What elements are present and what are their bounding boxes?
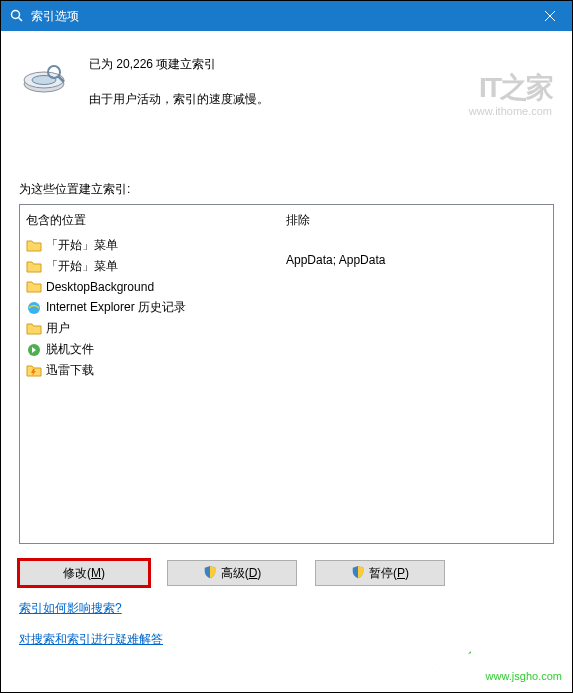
close-icon <box>545 11 555 21</box>
svg-line-1 <box>19 18 23 22</box>
exclude-value <box>284 273 549 277</box>
help-link-search[interactable]: 索引如何影响搜索? <box>19 600 554 617</box>
list-item[interactable]: 「开始」菜单 <box>24 235 275 256</box>
item-label: Internet Explorer 历史记录 <box>46 299 186 316</box>
folder-icon <box>26 279 42 295</box>
modify-button[interactable]: 修改(M) <box>19 560 149 586</box>
item-label: 「开始」菜单 <box>46 237 118 254</box>
item-label: 「开始」菜单 <box>46 258 118 275</box>
list-item[interactable]: 用户 <box>24 318 275 339</box>
thunder-folder-icon <box>26 363 42 379</box>
folder-icon <box>26 321 42 337</box>
index-status-text: 已为 20,226 项建立索引 <box>89 56 269 73</box>
excluded-header: 排除 <box>284 209 549 235</box>
item-label: 用户 <box>46 320 70 337</box>
close-button[interactable] <box>527 1 572 31</box>
advanced-button[interactable]: 高级(D) <box>167 560 297 586</box>
item-label: DesktopBackground <box>46 280 154 294</box>
shield-icon <box>351 565 365 582</box>
locations-listbox: 包含的位置 「开始」菜单 「开始」菜单 DesktopBackground In… <box>19 204 554 544</box>
index-drive-icon <box>19 51 69 101</box>
index-note-text: 由于用户活动，索引的速度减慢。 <box>89 91 269 108</box>
item-label: 迅雷下载 <box>46 362 94 379</box>
list-item[interactable]: 迅雷下载 <box>24 360 275 381</box>
list-item[interactable]: DesktopBackground <box>24 277 275 297</box>
shield-icon <box>203 565 217 582</box>
included-header: 包含的位置 <box>24 209 275 235</box>
svg-point-0 <box>12 11 20 19</box>
item-label: 脱机文件 <box>46 341 94 358</box>
window-title: 索引选项 <box>31 8 79 25</box>
titlebar: 索引选项 <box>1 1 572 31</box>
list-item[interactable]: 「开始」菜单 <box>24 256 275 277</box>
pause-button[interactable]: 暂停(P) <box>315 560 445 586</box>
folder-icon <box>26 238 42 254</box>
list-item[interactable]: Internet Explorer 历史记录 <box>24 297 275 318</box>
ie-icon <box>26 300 42 316</box>
list-item[interactable]: 脱机文件 <box>24 339 275 360</box>
help-link-troubleshoot[interactable]: 对搜索和索引进行疑难解答 <box>19 631 554 648</box>
offline-files-icon <box>26 342 42 358</box>
locations-label: 为这些位置建立索引: <box>19 181 554 198</box>
exclude-value: AppData; AppData <box>284 251 549 269</box>
folder-icon <box>26 259 42 275</box>
search-icon <box>9 8 25 24</box>
